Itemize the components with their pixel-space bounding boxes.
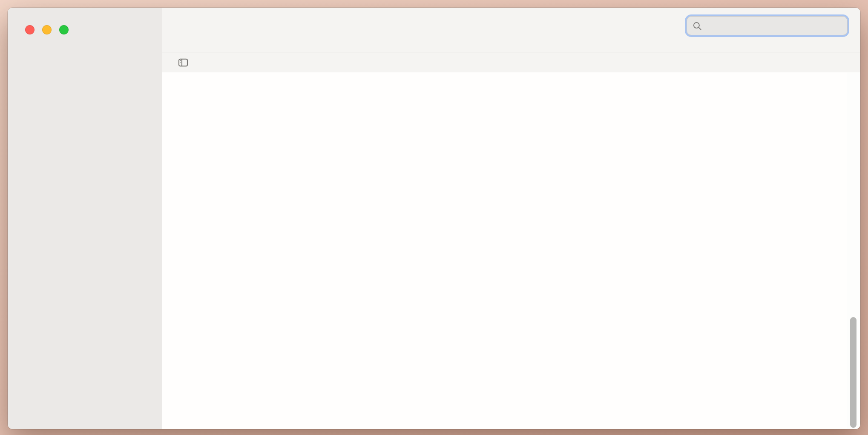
minimize-button[interactable] [42, 25, 52, 34]
sidebar [8, 8, 162, 429]
sidebar-toggle-button[interactable] [177, 57, 189, 69]
filter-bar [162, 52, 860, 72]
desktop: { "colors": { "accent_blue": "#0f74e8", … [0, 0, 868, 435]
close-button[interactable] [25, 25, 34, 34]
search-icon [692, 20, 703, 31]
sidebar-toggle-icon [177, 57, 189, 69]
log-view [162, 72, 860, 429]
toolbar [162, 8, 860, 52]
window-controls [25, 25, 69, 34]
zoom-button[interactable] [59, 25, 69, 34]
console-window [8, 8, 860, 429]
search-field[interactable] [685, 14, 849, 37]
content-area [162, 8, 860, 429]
scrollbar-thumb[interactable] [850, 317, 857, 428]
scrollbar-track[interactable] [847, 72, 860, 429]
search-input[interactable] [706, 20, 842, 32]
